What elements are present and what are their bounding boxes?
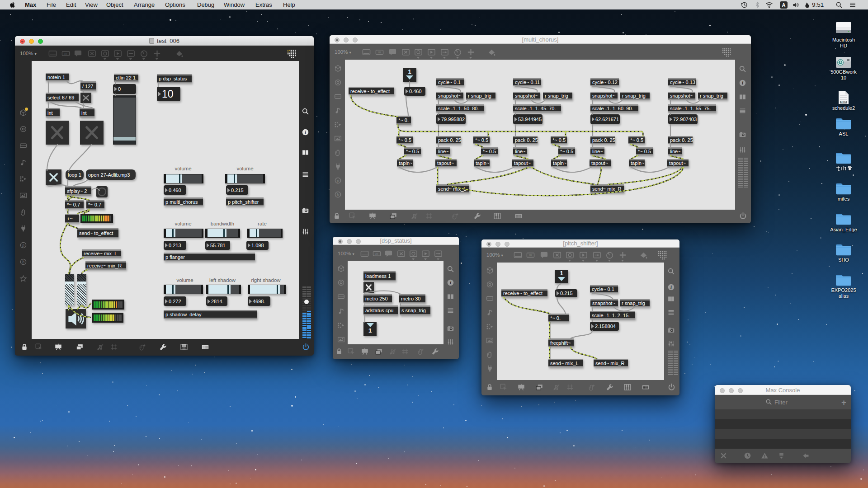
svg-text:TEXT: TEXT bbox=[841, 101, 846, 103]
